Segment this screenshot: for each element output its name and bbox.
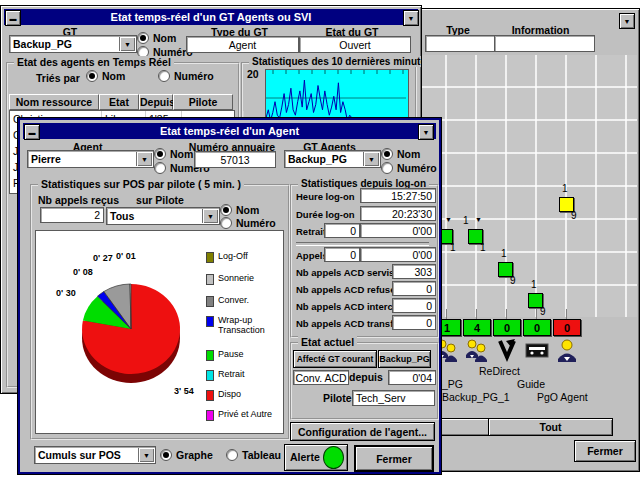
gt-window-titlebar[interactable]: Etat temps-réel d'un GT Agents ou SVI <box>4 9 418 25</box>
window-arrow-button[interactable]: ▼ <box>418 124 434 140</box>
flow-node-bottom-count: 9 <box>510 275 516 286</box>
col-nom-ressource[interactable]: Nom ressource <box>9 94 99 110</box>
fermer-button[interactable]: Fermer <box>354 445 434 472</box>
agent-icon[interactable] <box>554 337 580 363</box>
tab-tout[interactable]: Tout <box>488 418 613 436</box>
numero-annuaire-field[interactable]: 57013 <box>194 151 276 168</box>
combo-arrow-icon[interactable]: ▼ <box>138 448 154 462</box>
tab-blank[interactable] <box>438 418 490 436</box>
counter-badge[interactable]: 4 <box>463 319 491 336</box>
gt-agents-combobox[interactable]: Backup_PG ▼ <box>284 150 381 168</box>
radio-gt-nom[interactable]: Nom <box>381 148 420 160</box>
information-field[interactable] <box>494 35 595 52</box>
fermer-button[interactable]: Fermer <box>574 440 636 462</box>
radio-label: Graphe <box>176 449 213 461</box>
desktop: ▼ Type Information 1▼11▼1191919 14000 2R… <box>0 0 640 480</box>
flow-node-top-count: 1 <box>501 248 507 259</box>
window-arrow-button[interactable]: ▼ <box>403 10 419 26</box>
radio-sort-nom[interactable]: Nom <box>86 70 125 82</box>
flow-diagram <box>417 55 637 317</box>
pilote-combobox-value: Tous <box>110 210 134 222</box>
radio-pilote-numero[interactable]: Numéro <box>220 217 276 229</box>
radio-gt-numero[interactable]: Numéro <box>381 162 437 174</box>
radio-label: Nom <box>397 148 420 160</box>
radio-dot <box>381 148 393 160</box>
radio-dot <box>220 204 232 216</box>
counter-badge[interactable]: 0 <box>553 319 581 336</box>
affecte-gt-button[interactable]: Affecté GT courant <box>293 350 377 368</box>
counter-badge[interactable]: 0 <box>523 319 551 336</box>
depuis-field: 0'04 <box>388 370 436 385</box>
acd-servis-label: Nb appels ACD servis <box>296 267 394 278</box>
combo-arrow-icon[interactable]: ▼ <box>363 152 379 166</box>
retraits-count-field: 0 <box>324 223 360 238</box>
guide-icon[interactable] <box>524 337 550 363</box>
legend-item: Wrap-up Transaction <box>206 315 278 335</box>
acd-refuses-label: Nb appels ACD refusés <box>296 284 401 295</box>
radio-nom[interactable]: Nom <box>137 32 176 44</box>
legend-swatch-icon <box>206 390 214 401</box>
diagram-label: PgO Agent <box>537 391 588 403</box>
gt-combobox[interactable]: Backup_PG ▼ <box>9 35 137 53</box>
col-depuis[interactable]: Depuis <box>139 94 173 110</box>
etat-actuel-title: Etat actuel <box>298 336 357 348</box>
agents-icon[interactable] <box>464 337 490 363</box>
radio-label: Nom <box>236 204 259 216</box>
col-pilote[interactable]: Pilote <box>173 94 233 110</box>
agent-realtime-window: Etat temps-réel d'un Agent ▬ ▼ Agent Pie… <box>18 118 441 474</box>
pilote-field: Tech_Serv <box>352 390 435 406</box>
radio-dot <box>154 162 166 174</box>
legend-label: Sonnerie <box>218 273 254 283</box>
sort-label: Triés par <box>36 72 80 84</box>
cumuls-combobox[interactable]: Cumuls sur POS ▼ <box>34 446 156 464</box>
monitor-window: ▼ Type Information 1▼11▼1191919 14000 2R… <box>414 8 640 472</box>
legend-swatch-icon <box>206 370 214 381</box>
gt-courant-button[interactable]: Backup_PG <box>378 350 431 368</box>
connector-line <box>476 309 477 319</box>
radio-label: Numéro <box>236 217 276 229</box>
counter-badge[interactable]: 0 <box>493 319 521 336</box>
radio-tableau[interactable]: Tableau <box>226 449 281 461</box>
flow-node-bottom-count: 1 <box>450 242 456 253</box>
radio-graphe[interactable]: Graphe <box>160 449 213 461</box>
radio-sort-numero[interactable]: Numéro <box>158 70 214 82</box>
heure-logon-label: Heure log-on <box>296 191 355 202</box>
retraits-time-field: 0'00 <box>360 223 436 238</box>
radio-dot <box>381 162 393 174</box>
nb-recus-field[interactable]: 2 <box>40 207 104 223</box>
control-menu-button[interactable]: ▬ <box>5 10 21 26</box>
pilote-combobox[interactable]: Tous ▼ <box>106 207 220 225</box>
redirect-icon[interactable] <box>494 337 520 363</box>
legend-item: Privé et Autre <box>206 409 278 421</box>
configuration-button[interactable]: Configuration de l'agent... <box>290 422 435 441</box>
combo-arrow-icon[interactable]: ▼ <box>119 37 135 51</box>
radio-pilote-nom[interactable]: Nom <box>220 204 259 216</box>
etat-gt-field: Ouvert <box>299 36 411 53</box>
pie-slice-label: 0' 08 <box>73 267 93 277</box>
combo-arrow-icon[interactable]: ▼ <box>136 152 152 166</box>
col-etat[interactable]: Etat <box>99 94 139 110</box>
agent-window-titlebar[interactable]: Etat temps-réel d'un Agent <box>23 123 436 139</box>
stats-10min-title: Statistiques des 10 dernières minutes <box>249 56 422 67</box>
control-menu-button[interactable]: ▬ <box>24 124 40 140</box>
control-menu-icon: ▬ <box>10 15 17 22</box>
chevron-down-icon: ▼ <box>423 129 430 136</box>
legend-label: Dispo <box>218 389 241 399</box>
flow-node-bottom-count: 9 <box>540 306 546 317</box>
pie-slice-label: 0' 27 <box>93 253 113 263</box>
cumuls-combobox-value: Cumuls sur POS <box>38 449 121 461</box>
type-field[interactable] <box>425 35 499 52</box>
connector-line <box>536 309 537 319</box>
chevron-down-icon: ▼ <box>408 15 415 22</box>
acd-servis-field: 303 <box>392 264 436 279</box>
legend-item: Retrait <box>206 369 278 381</box>
dropdown-button[interactable]: ▼ <box>619 13 635 29</box>
radio-label: Tableau <box>242 449 281 461</box>
heure-logon-field: 15:27:50 <box>360 188 436 203</box>
combo-arrow-icon[interactable]: ▼ <box>202 209 218 223</box>
legend-label: Conver. <box>218 295 249 305</box>
radio-dot <box>226 449 238 461</box>
diagram-label: Guide <box>517 378 545 390</box>
agent-combobox[interactable]: Pierre ▼ <box>27 150 154 168</box>
radio-dot <box>158 70 170 82</box>
